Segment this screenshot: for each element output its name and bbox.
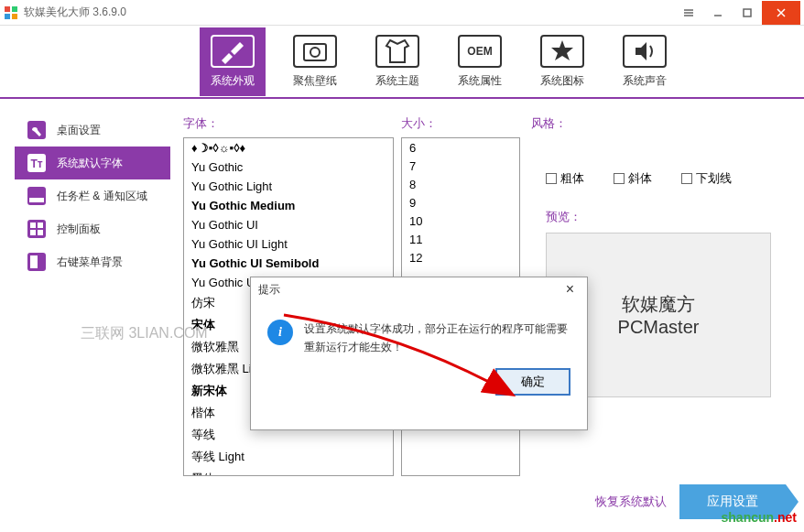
- toolbar-item-5[interactable]: 系统声音: [612, 27, 678, 96]
- font-item[interactable]: Yu Gothic UI: [184, 215, 393, 234]
- svg-rect-17: [38, 230, 43, 235]
- info-dialog: 提示 × i 设置系统默认字体成功，部分正在运行的程序可能需要重新运行才能生效！…: [250, 277, 588, 430]
- style-header: 风格：: [531, 115, 567, 132]
- svg-rect-0: [5, 6, 10, 12]
- minimize-button[interactable]: [703, 1, 733, 25]
- toolbar-label: 聚焦壁纸: [293, 73, 337, 89]
- svg-rect-2: [5, 14, 10, 19]
- sidebar-label: 桌面设置: [57, 123, 101, 138]
- camera-icon: [293, 35, 337, 68]
- maximize-button[interactable]: [733, 1, 762, 25]
- svg-rect-15: [38, 223, 43, 228]
- sidebar-label: 系统默认字体: [57, 156, 123, 171]
- sidebar-item-1[interactable]: Tт系统默认字体: [15, 147, 170, 179]
- font-item[interactable]: Yu Gothic UI Light: [184, 234, 393, 254]
- menu-icon: [26, 251, 48, 273]
- toolbar-label: 系统主题: [375, 73, 419, 89]
- dialog-title: 提示: [258, 282, 280, 298]
- toolbar-item-0[interactable]: 系统外观: [200, 27, 266, 96]
- svg-rect-16: [30, 230, 36, 235]
- dialog-titlebar: 提示 ×: [251, 277, 587, 301]
- svg-rect-14: [30, 223, 36, 228]
- sidebar-label: 控制面板: [57, 222, 101, 237]
- size-item[interactable]: 9: [402, 193, 519, 212]
- sidebar-item-0[interactable]: 桌面设置: [15, 114, 170, 147]
- dialog-close-button[interactable]: ×: [560, 281, 580, 298]
- sidebar-item-2[interactable]: 任务栏 & 通知区域: [15, 179, 170, 212]
- font-item[interactable]: Yu Gothic Medium: [184, 196, 393, 215]
- font-header: 字体：: [183, 115, 401, 132]
- grid-icon: [26, 218, 48, 240]
- apply-button[interactable]: 应用设置: [679, 484, 786, 519]
- wrench-icon: [26, 119, 48, 141]
- sidebar-label: 右键菜单背景: [57, 255, 123, 270]
- preview-line1: 软媒魔方: [622, 292, 695, 317]
- svg-rect-19: [30, 255, 38, 268]
- bottom-bar: 恢复系统默认 应用设置: [595, 484, 786, 519]
- font-item[interactable]: 等线 Light: [184, 446, 393, 468]
- size-item[interactable]: 6: [402, 138, 519, 157]
- preview-label: 预览：: [546, 209, 771, 225]
- font-item[interactable]: Yu Gothic UI Semibold: [184, 254, 393, 273]
- column-headers: 字体： 大小： 风格：: [183, 115, 786, 132]
- dialog-message: 设置系统默认字体成功，部分正在运行的程序可能需要重新运行才能生效！: [304, 320, 570, 357]
- svg-point-6: [310, 48, 320, 57]
- toolbar-item-3[interactable]: OEM系统属性: [447, 27, 513, 96]
- font-item[interactable]: Yu Gothic: [184, 157, 393, 177]
- svg-text:Tт: Tт: [30, 157, 42, 170]
- svg-rect-5: [304, 44, 326, 60]
- size-item[interactable]: 12: [402, 248, 519, 266]
- svg-rect-4: [744, 9, 751, 16]
- style-checkboxes: 粗体 斜体 下划线: [546, 170, 771, 187]
- size-item[interactable]: 7: [402, 157, 519, 175]
- bold-checkbox[interactable]: 粗体: [546, 170, 584, 187]
- sidebar-label: 任务栏 & 通知区域: [57, 189, 147, 204]
- main-toolbar: 系统外观聚焦壁纸系统主题OEM系统属性系统图标系统声音: [0, 26, 804, 97]
- toolbar-label: 系统属性: [458, 73, 502, 89]
- sidebar-item-3[interactable]: 控制面板: [15, 212, 170, 245]
- info-icon: i: [267, 320, 293, 345]
- close-button[interactable]: [762, 1, 800, 25]
- restore-defaults-link[interactable]: 恢复系统默认: [595, 494, 667, 510]
- toolbar-label: 系统外观: [211, 73, 255, 89]
- size-header: 大小：: [401, 115, 531, 132]
- taskbar-icon: [26, 185, 48, 207]
- svg-rect-12: [29, 198, 44, 202]
- shirt-icon: [375, 35, 419, 68]
- underline-checkbox[interactable]: 下划线: [681, 170, 732, 187]
- window-controls: [674, 1, 800, 25]
- size-item[interactable]: 8: [402, 175, 519, 193]
- brush-icon: [211, 35, 255, 68]
- svg-rect-1: [12, 6, 17, 12]
- svg-rect-3: [12, 14, 17, 19]
- sidebar: 桌面设置Tт系统默认字体任务栏 & 通知区域控制面板右键菜单背景: [0, 99, 170, 532]
- toolbar-item-4[interactable]: 系统图标: [529, 27, 595, 96]
- titlebar: 软媒美化大师 3.6.9.0: [0, 0, 804, 26]
- font-item[interactable]: Yu Gothic Light: [184, 177, 393, 196]
- speaker-icon: [623, 35, 667, 68]
- size-item[interactable]: 11: [402, 230, 519, 248]
- star-icon: [540, 35, 584, 68]
- ok-button[interactable]: 确定: [495, 368, 570, 396]
- menu-button[interactable]: [674, 1, 703, 25]
- font-icon: Tт: [26, 152, 48, 174]
- toolbar-item-1[interactable]: 聚焦壁纸: [282, 27, 348, 96]
- preview-line2: PCMaster: [618, 317, 700, 338]
- sidebar-item-4[interactable]: 右键菜单背景: [15, 245, 170, 278]
- font-item[interactable]: 黑体: [184, 468, 393, 476]
- svg-text:OEM: OEM: [467, 45, 492, 58]
- toolbar-label: 系统声音: [623, 73, 667, 89]
- font-item[interactable]: ♦☽▪◊☼▪◊♦: [184, 138, 393, 157]
- oem-icon: OEM: [458, 35, 502, 68]
- window-title: 软媒美化大师 3.6.9.0: [24, 5, 674, 20]
- italic-checkbox[interactable]: 斜体: [614, 170, 652, 187]
- app-icon: [4, 5, 18, 20]
- toolbar-item-2[interactable]: 系统主题: [364, 27, 430, 96]
- size-item[interactable]: 10: [402, 212, 519, 230]
- toolbar-label: 系统图标: [540, 73, 584, 89]
